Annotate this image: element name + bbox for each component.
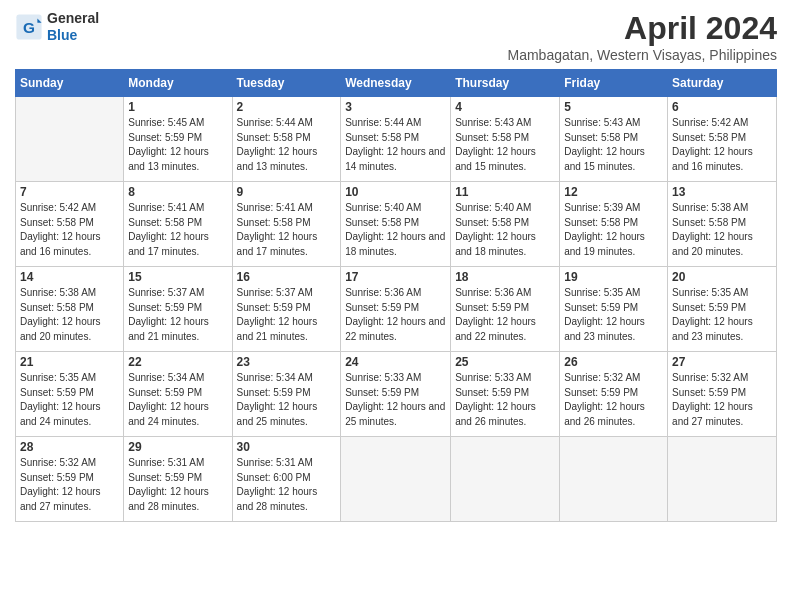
weekday-header: Monday [124, 70, 232, 97]
weekday-header: Thursday [451, 70, 560, 97]
day-number: 19 [564, 270, 663, 284]
day-info: Sunrise: 5:31 AMSunset: 5:59 PMDaylight:… [128, 457, 209, 512]
calendar-cell: 8 Sunrise: 5:41 AMSunset: 5:58 PMDayligh… [124, 182, 232, 267]
calendar-cell: 18 Sunrise: 5:36 AMSunset: 5:59 PMDaylig… [451, 267, 560, 352]
day-info: Sunrise: 5:35 AMSunset: 5:59 PMDaylight:… [672, 287, 753, 342]
day-info: Sunrise: 5:38 AMSunset: 5:58 PMDaylight:… [20, 287, 101, 342]
calendar-week-row: 14 Sunrise: 5:38 AMSunset: 5:58 PMDaylig… [16, 267, 777, 352]
day-info: Sunrise: 5:40 AMSunset: 5:58 PMDaylight:… [345, 202, 445, 257]
day-number: 21 [20, 355, 119, 369]
day-info: Sunrise: 5:32 AMSunset: 5:59 PMDaylight:… [564, 372, 645, 427]
day-info: Sunrise: 5:33 AMSunset: 5:59 PMDaylight:… [345, 372, 445, 427]
title-area: April 2024 Mambagatan, Western Visayas, … [507, 10, 777, 63]
weekday-header-row: SundayMondayTuesdayWednesdayThursdayFrid… [16, 70, 777, 97]
day-info: Sunrise: 5:36 AMSunset: 5:59 PMDaylight:… [455, 287, 536, 342]
day-info: Sunrise: 5:33 AMSunset: 5:59 PMDaylight:… [455, 372, 536, 427]
calendar-cell: 22 Sunrise: 5:34 AMSunset: 5:59 PMDaylig… [124, 352, 232, 437]
day-number: 12 [564, 185, 663, 199]
logo-icon: G [15, 13, 43, 41]
calendar-cell: 3 Sunrise: 5:44 AMSunset: 5:58 PMDayligh… [341, 97, 451, 182]
logo-blue: Blue [47, 27, 99, 44]
day-number: 2 [237, 100, 337, 114]
day-number: 17 [345, 270, 446, 284]
day-info: Sunrise: 5:42 AMSunset: 5:58 PMDaylight:… [20, 202, 101, 257]
day-number: 10 [345, 185, 446, 199]
calendar-cell: 25 Sunrise: 5:33 AMSunset: 5:59 PMDaylig… [451, 352, 560, 437]
day-info: Sunrise: 5:31 AMSunset: 6:00 PMDaylight:… [237, 457, 318, 512]
day-info: Sunrise: 5:45 AMSunset: 5:59 PMDaylight:… [128, 117, 209, 172]
day-info: Sunrise: 5:42 AMSunset: 5:58 PMDaylight:… [672, 117, 753, 172]
day-number: 26 [564, 355, 663, 369]
calendar-cell: 4 Sunrise: 5:43 AMSunset: 5:58 PMDayligh… [451, 97, 560, 182]
calendar-cell: 5 Sunrise: 5:43 AMSunset: 5:58 PMDayligh… [560, 97, 668, 182]
svg-text:G: G [23, 18, 35, 35]
calendar-cell: 14 Sunrise: 5:38 AMSunset: 5:58 PMDaylig… [16, 267, 124, 352]
calendar-cell: 26 Sunrise: 5:32 AMSunset: 5:59 PMDaylig… [560, 352, 668, 437]
calendar-week-row: 28 Sunrise: 5:32 AMSunset: 5:59 PMDaylig… [16, 437, 777, 522]
day-info: Sunrise: 5:35 AMSunset: 5:59 PMDaylight:… [564, 287, 645, 342]
weekday-header: Saturday [668, 70, 777, 97]
calendar-cell: 13 Sunrise: 5:38 AMSunset: 5:58 PMDaylig… [668, 182, 777, 267]
day-info: Sunrise: 5:32 AMSunset: 5:59 PMDaylight:… [20, 457, 101, 512]
calendar-cell [451, 437, 560, 522]
weekday-header: Friday [560, 70, 668, 97]
calendar-cell [16, 97, 124, 182]
day-info: Sunrise: 5:43 AMSunset: 5:58 PMDaylight:… [455, 117, 536, 172]
calendar-cell: 6 Sunrise: 5:42 AMSunset: 5:58 PMDayligh… [668, 97, 777, 182]
logo: G General Blue [15, 10, 99, 44]
month-title: April 2024 [507, 10, 777, 47]
calendar-week-row: 7 Sunrise: 5:42 AMSunset: 5:58 PMDayligh… [16, 182, 777, 267]
day-number: 22 [128, 355, 227, 369]
day-number: 18 [455, 270, 555, 284]
calendar-cell: 2 Sunrise: 5:44 AMSunset: 5:58 PMDayligh… [232, 97, 341, 182]
day-info: Sunrise: 5:44 AMSunset: 5:58 PMDaylight:… [345, 117, 445, 172]
weekday-header: Sunday [16, 70, 124, 97]
logo-general: General [47, 10, 99, 27]
calendar-cell: 30 Sunrise: 5:31 AMSunset: 6:00 PMDaylig… [232, 437, 341, 522]
day-number: 16 [237, 270, 337, 284]
calendar-cell: 19 Sunrise: 5:35 AMSunset: 5:59 PMDaylig… [560, 267, 668, 352]
day-info: Sunrise: 5:36 AMSunset: 5:59 PMDaylight:… [345, 287, 445, 342]
calendar-cell: 20 Sunrise: 5:35 AMSunset: 5:59 PMDaylig… [668, 267, 777, 352]
logo-text: General Blue [47, 10, 99, 44]
location-title: Mambagatan, Western Visayas, Philippines [507, 47, 777, 63]
day-info: Sunrise: 5:40 AMSunset: 5:58 PMDaylight:… [455, 202, 536, 257]
calendar-cell [341, 437, 451, 522]
page-header: G General Blue April 2024 Mambagatan, We… [15, 10, 777, 63]
day-info: Sunrise: 5:35 AMSunset: 5:59 PMDaylight:… [20, 372, 101, 427]
day-number: 6 [672, 100, 772, 114]
calendar-cell: 15 Sunrise: 5:37 AMSunset: 5:59 PMDaylig… [124, 267, 232, 352]
calendar-cell: 10 Sunrise: 5:40 AMSunset: 5:58 PMDaylig… [341, 182, 451, 267]
calendar-cell: 7 Sunrise: 5:42 AMSunset: 5:58 PMDayligh… [16, 182, 124, 267]
calendar-cell: 29 Sunrise: 5:31 AMSunset: 5:59 PMDaylig… [124, 437, 232, 522]
day-number: 4 [455, 100, 555, 114]
day-number: 20 [672, 270, 772, 284]
day-info: Sunrise: 5:38 AMSunset: 5:58 PMDaylight:… [672, 202, 753, 257]
day-info: Sunrise: 5:37 AMSunset: 5:59 PMDaylight:… [128, 287, 209, 342]
calendar-cell: 12 Sunrise: 5:39 AMSunset: 5:58 PMDaylig… [560, 182, 668, 267]
day-number: 28 [20, 440, 119, 454]
day-info: Sunrise: 5:34 AMSunset: 5:59 PMDaylight:… [237, 372, 318, 427]
calendar-week-row: 21 Sunrise: 5:35 AMSunset: 5:59 PMDaylig… [16, 352, 777, 437]
day-info: Sunrise: 5:44 AMSunset: 5:58 PMDaylight:… [237, 117, 318, 172]
day-number: 13 [672, 185, 772, 199]
day-info: Sunrise: 5:37 AMSunset: 5:59 PMDaylight:… [237, 287, 318, 342]
day-number: 29 [128, 440, 227, 454]
day-number: 30 [237, 440, 337, 454]
day-info: Sunrise: 5:43 AMSunset: 5:58 PMDaylight:… [564, 117, 645, 172]
weekday-header: Wednesday [341, 70, 451, 97]
calendar-cell: 17 Sunrise: 5:36 AMSunset: 5:59 PMDaylig… [341, 267, 451, 352]
day-info: Sunrise: 5:32 AMSunset: 5:59 PMDaylight:… [672, 372, 753, 427]
calendar-cell: 23 Sunrise: 5:34 AMSunset: 5:59 PMDaylig… [232, 352, 341, 437]
day-number: 24 [345, 355, 446, 369]
day-number: 14 [20, 270, 119, 284]
day-info: Sunrise: 5:39 AMSunset: 5:58 PMDaylight:… [564, 202, 645, 257]
day-info: Sunrise: 5:41 AMSunset: 5:58 PMDaylight:… [128, 202, 209, 257]
calendar-cell: 27 Sunrise: 5:32 AMSunset: 5:59 PMDaylig… [668, 352, 777, 437]
calendar-cell: 1 Sunrise: 5:45 AMSunset: 5:59 PMDayligh… [124, 97, 232, 182]
day-number: 1 [128, 100, 227, 114]
day-number: 15 [128, 270, 227, 284]
day-number: 23 [237, 355, 337, 369]
calendar-cell: 28 Sunrise: 5:32 AMSunset: 5:59 PMDaylig… [16, 437, 124, 522]
calendar-cell: 16 Sunrise: 5:37 AMSunset: 5:59 PMDaylig… [232, 267, 341, 352]
